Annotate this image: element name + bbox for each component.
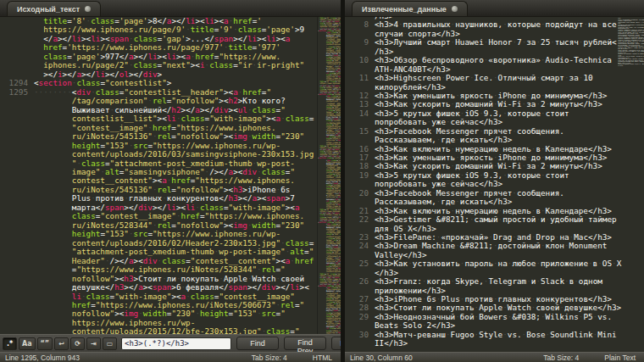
syntax-indicator[interactable]: Plain Text — [604, 354, 636, 362]
code-row[interactable]: 28<h3>Стоит·ли·покупать·Apple·Watch·свое… — [345, 304, 644, 312]
code-row[interactable]: 30<h3>Матч-реванш·Fugoo·Style·vs.·Bose·S… — [345, 331, 644, 339]
code-row[interactable]: 22<h3>Gestimer·&#8211;·самый·простой·и·у… — [345, 215, 644, 224]
code-row[interactable]: Beats·Solo·2</h3> — [345, 321, 644, 330]
code-row[interactable]: 8<h3>4·правильных·наушников,·которые·под… — [345, 20, 644, 29]
code-row[interactable]: 19<h3>5·крутых·фишек·iOS·9.3,·которые·ст… — [345, 171, 644, 180]
case-sensitive-toggle[interactable]: Aa — [19, 337, 36, 350]
code-row[interactable]: ="https://www.iphones.ru/iNotes/528344"·… — [0, 265, 317, 274]
right-editor: /h3>8<h3>4·правильных·наушников,·которые… — [345, 17, 644, 352]
code-row[interactable]: height="153"·src="https://www.iphones.ru… — [0, 230, 317, 238]
tab-source-text[interactable]: Исходный_текст — [7, 1, 101, 16]
code-row[interactable]: /tag/comparison"·rel="nofollow"><h2>Кто·… — [0, 97, 317, 105]
find-button-find-prev[interactable]: Find Prev — [284, 337, 326, 350]
find-query-input[interactable] — [121, 337, 231, 350]
wrap-search-toggle[interactable]: ↩ — [54, 337, 69, 350]
right-status-bar: Line 30, Column 60 Tab Size: 4 Plain Tex… — [345, 352, 644, 362]
code-row[interactable]: ru/iNotes/528344"·rel="nofollow"><img·wi… — [0, 221, 317, 230]
code-row[interactable]: title='8'·class='page'>8</a></li><li><a·… — [0, 17, 317, 25]
code-row[interactable]: 21<h3>Как·включить·нумерацию·недель·в·Ка… — [345, 207, 644, 215]
code-row[interactable]: ></i></a></li></ol></div> — [0, 70, 317, 79]
code-row[interactable]: девушке</h3></a><span>6·февраля</span></… — [0, 283, 317, 292]
code-row[interactable]: href="https://www.iphones.ru/iNotes/5066… — [0, 301, 317, 309]
code-row[interactable]: 1294<section·class="contestlist"> — [0, 79, 317, 87]
code-row[interactable]: content/uploads/2015/12/bfe-230x153.jpg"… — [0, 327, 317, 334]
find-button-find[interactable]: Find — [236, 337, 279, 350]
find-bar: .*Aa“”↩⟳⇥▭ FindFind PrevFind All — [0, 334, 341, 352]
tab-extracted-data-label: Извлеченные_данные — [362, 5, 447, 14]
code-row[interactable]: class='page'>977</a></li><li><a·href="ht… — [0, 53, 317, 61]
code-row[interactable]: 1295········<div·class="contestlist__hea… — [0, 88, 317, 97]
code-row[interactable]: nofollow"><img·width="230"·height="153"·… — [0, 309, 317, 318]
code-row[interactable]: Valley</h3> — [345, 251, 644, 259]
right-tab-bar: Извлеченные_данные — [345, 0, 644, 17]
code-row[interactable]: nofollow"><h3>Стоит·ли·покупать·Apple·Wa… — [0, 275, 317, 283]
code-row[interactable]: class="contest__image"·href="https://www… — [0, 212, 317, 220]
preserve-case-toggle[interactable]: ⇥ — [86, 337, 101, 350]
code-row[interactable]: /h3> — [345, 47, 644, 56]
syntax-indicator[interactable]: HTML — [313, 354, 332, 362]
in-selection-toggle[interactable]: ⟳ — [70, 337, 85, 350]
code-row[interactable]: href='https://www.iphones.ru/page/977'·t… — [0, 43, 317, 52]
left-status-bar: Line 1295, Column 943 Tab Size: 4 HTML — [0, 352, 341, 362]
highlight-matches-toggle[interactable]: ▭ — [103, 337, 117, 350]
code-row[interactable]: image"·alt="samsingvsiphone"·/></a><div·… — [0, 168, 317, 176]
code-row[interactable]: https://www.iphones.ru/page/9'·title='9'… — [0, 25, 317, 34]
code-row[interactable]: для·OS·X</h3> — [345, 225, 644, 233]
code-row[interactable]: ru/iNotes/545136"·rel="nofollow"><h3>iPh… — [0, 186, 317, 194]
left-editor-window: Исходный_текст title='8'·class='page'>8<… — [0, 0, 341, 362]
code-row[interactable]: 29<h3>Неоднозначный·бой·Bowers·&#038;·Wi… — [345, 313, 644, 321]
code-row[interactable]: Plus·против·главных·конкурентов</h3></a>… — [0, 194, 317, 203]
tab-size-indicator[interactable]: Tab Size: 4 — [252, 354, 287, 362]
code-row[interactable]: contest__content"><a·href="https://www.i… — [0, 176, 317, 185]
code-row[interactable]: content/uploads/2016/02/Header2-230x153.… — [0, 239, 317, 248]
code-row[interactable]: li·class="with-image"><a·class="contest_… — [0, 292, 317, 301]
tab-size-indicator[interactable]: Tab Size: 4 — [543, 354, 579, 362]
code-row[interactable]: 13<h3>Как·ускорить·домашний·Wi-Fi·за·2·м… — [345, 100, 644, 109]
code-row[interactable]: </a></li><li><span·class='gap'>...</span… — [0, 35, 317, 43]
left-code-area[interactable]: title='8'·class='page'>8</a></li><li><a·… — [0, 17, 317, 334]
code-row[interactable]: "·class="attachment-post_xmedium-thumb·w… — [0, 159, 317, 168]
right-minimap[interactable]: /h3>8<h3>4·правильных·наушников,·которые… — [618, 18, 644, 69]
code-row[interactable]: content/uploads/2016/03/samsingvsiphone-… — [0, 150, 317, 159]
code-row[interactable]: 11<h3>Highscreen·Power·Ice.·Отличный·сма… — [345, 74, 644, 82]
code-row[interactable]: contestlist__list"><li·class="with-image… — [0, 114, 317, 123]
code-row[interactable]: попробовать·уже·сейчас</h3> — [345, 118, 644, 126]
code-row[interactable]: 18<h3>Как·ускорить·домашний·Wi-Fi·за·2·м… — [345, 162, 644, 170]
code-row[interactable]: Header"·/></a><div·class="contest__conte… — [0, 257, 317, 265]
regex-toggle[interactable]: .* — [3, 337, 17, 350]
code-row[interactable]: 26<h3>Franz:·когда·Skype,·Telegram·и·Sla… — [345, 277, 644, 286]
code-row[interactable]: 20<h3>Facebook·Messenger·прячет·сообщени… — [345, 189, 644, 198]
code-row[interactable]: Рассказываем,·где·искать</h3> — [345, 136, 644, 144]
code-row[interactable]: "attachment-post_xmedium-thumb·wp-post-i… — [0, 248, 317, 256]
code-row[interactable]: 9<h3>Лучший·смарт·Huawei·Honor·7·за·25·т… — [345, 38, 644, 47]
code-row[interactable]: попробовать·уже·сейчас</h3> — [345, 180, 644, 188]
code-row[interactable]: 27<h3>iPhone·6s·Plus·против·главных·конк… — [345, 295, 644, 304]
code-row[interactable]: "contest__image"·href="https://www.iphon… — [0, 124, 317, 132]
code-row[interactable]: случаи·спорта</h3> — [345, 30, 644, 38]
code-row[interactable]: 12<h3>Как·уменьшить·яркость·iPhone·до·ми… — [345, 92, 644, 100]
code-row[interactable]: марта</span></div></li><li·class="with-i… — [0, 203, 317, 212]
code-row[interactable]: 24<h3>Dream·Machine·&#8211;·достойный·кл… — [345, 242, 644, 250]
code-row[interactable]: 23<h3>FilePane:·«прокачай»·Drag·and·Drop… — [345, 233, 644, 242]
code-row[interactable]: 15<h3>Facebook·Messenger·прячет·сообщени… — [345, 127, 644, 136]
code-row[interactable]: height="153"·src="https://www.iphones.ru… — [0, 142, 317, 150]
whole-word-toggle[interactable]: “” — [37, 337, 53, 350]
code-row[interactable]: https://www.iphones.ru/wp- — [0, 319, 317, 327]
code-row[interactable]: 17<h3>Как·уменьшить·яркость·iPhone·до·ми… — [345, 153, 644, 162]
code-row[interactable]: 25<h3>Как·установить·пароль·на·любое·при… — [345, 259, 644, 268]
code-row[interactable]: ru/iNotes/545136"·rel="nofollow"><img·wi… — [0, 132, 317, 141]
code-row[interactable]: </h3> — [345, 269, 644, 277]
code-row[interactable]: 14<h3>5·крутых·фишек·iOS·9.3,·которые·ст… — [345, 109, 644, 118]
code-row[interactable]: iphones.ru/page/2"·class="next"><i·class… — [0, 61, 317, 70]
code-row[interactable]: II</h3> — [345, 339, 644, 348]
code-row[interactable]: ATH-ANC40BT</h3> — [345, 65, 644, 74]
right-code-area[interactable]: /h3>8<h3>4·правильных·наушников,·которые… — [345, 17, 644, 352]
code-row[interactable]: приложении</h3> — [345, 287, 644, 295]
code-row[interactable]: килорублей</h3> — [345, 83, 644, 92]
tab-extracted-data[interactable]: Извлеченные_данные — [352, 1, 468, 16]
left-minimap[interactable]: title='8'·class='page'>8</a></li><li><a·… — [317, 17, 341, 334]
code-row[interactable]: 16<h3>Как·включить·нумерацию·недель·в·Ка… — [345, 145, 644, 153]
code-row[interactable]: 10<h3>Обзор·беспроводного·«воротника»·Au… — [345, 56, 644, 64]
code-row[interactable]: Выживает·сильнейший</h2></a></div><ul·cl… — [0, 106, 317, 114]
code-row[interactable]: Рассказываем,·где·искать</h3> — [345, 198, 644, 206]
